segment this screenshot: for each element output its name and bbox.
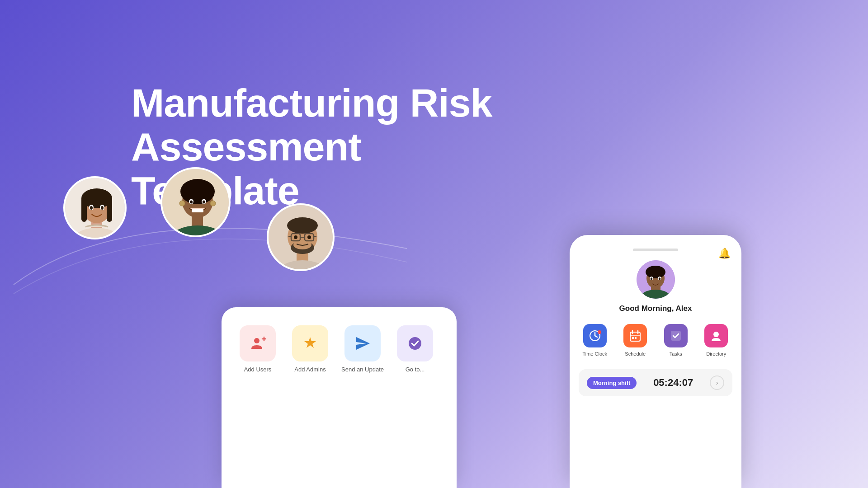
- time-clock-label: Time Clock: [582, 351, 607, 357]
- shift-bar: Morning shift 05:24:07 ›: [579, 369, 732, 396]
- svg-marker-41: [356, 337, 370, 350]
- avatar-person-1: [63, 176, 127, 239]
- svg-rect-61: [632, 337, 634, 339]
- tasks-icon: [664, 324, 688, 347]
- action-grid: Add Users Add Admins Send an Update: [235, 325, 443, 373]
- svg-rect-62: [635, 337, 637, 339]
- add-admins-label: Add Admins: [294, 366, 326, 373]
- svg-point-10: [101, 206, 104, 210]
- phone-notch: [633, 249, 678, 251]
- go-to-label: Go to...: [406, 366, 425, 373]
- svg-rect-23: [192, 209, 203, 212]
- avatar-person-3: [267, 203, 335, 271]
- phone-mockup-right: 🔔 Good Morning, Alex !: [570, 235, 741, 488]
- svg-line-54: [595, 336, 597, 337]
- svg-rect-57: [630, 332, 640, 341]
- bell-icon[interactable]: 🔔: [718, 248, 731, 259]
- phone-app-time-clock[interactable]: ! Time Clock: [579, 324, 611, 357]
- directory-icon: [704, 324, 728, 347]
- action-send-update[interactable]: Send an Update: [340, 325, 385, 373]
- phone-greeting: Good Morning, Alex: [619, 304, 692, 313]
- send-update-label: Send an Update: [341, 366, 384, 373]
- phone-app-directory[interactable]: Directory: [700, 324, 733, 357]
- action-add-users[interactable]: Add Users: [235, 325, 280, 373]
- svg-point-47: [646, 266, 665, 278]
- directory-label: Directory: [706, 351, 726, 357]
- svg-point-28: [287, 217, 318, 234]
- svg-point-42: [409, 337, 421, 350]
- svg-rect-63: [671, 331, 681, 341]
- svg-point-51: [658, 277, 660, 280]
- svg-point-21: [190, 201, 193, 204]
- add-users-icon-box: [240, 325, 276, 361]
- svg-point-37: [307, 235, 311, 239]
- go-to-icon-box: [397, 325, 433, 361]
- svg-rect-6: [107, 197, 112, 222]
- shift-arrow-button[interactable]: ›: [710, 375, 724, 390]
- svg-point-50: [650, 277, 652, 280]
- phone-app-schedule[interactable]: Schedule: [619, 324, 652, 357]
- svg-point-22: [203, 201, 205, 204]
- phone-user-avatar: [637, 260, 675, 299]
- svg-point-36: [294, 235, 297, 239]
- svg-point-64: [713, 332, 719, 337]
- tasks-label: Tasks: [670, 351, 682, 357]
- action-go-to[interactable]: Go to...: [392, 325, 438, 373]
- time-clock-icon: !: [583, 324, 607, 347]
- action-add-admins[interactable]: Add Admins: [288, 325, 333, 373]
- schedule-icon: [623, 324, 647, 347]
- send-update-icon-box: [344, 325, 381, 361]
- svg-point-18: [210, 201, 216, 206]
- schedule-label: Schedule: [625, 351, 646, 357]
- add-admins-icon-box: [292, 325, 328, 361]
- svg-point-9: [90, 206, 93, 210]
- svg-rect-5: [81, 197, 87, 222]
- shift-time: 05:24:07: [643, 377, 703, 389]
- phone-app-tasks[interactable]: Tasks: [660, 324, 692, 357]
- avatar-person-2: [160, 167, 231, 237]
- svg-point-38: [254, 338, 259, 343]
- shift-badge: Morning shift: [587, 377, 637, 389]
- app-mockup-left: Add Users Add Admins Send an Update: [222, 307, 457, 488]
- add-users-label: Add Users: [244, 366, 272, 373]
- phone-app-grid: ! Time Clock Schedule: [579, 324, 732, 357]
- svg-point-16: [182, 180, 213, 196]
- svg-point-17: [179, 201, 185, 206]
